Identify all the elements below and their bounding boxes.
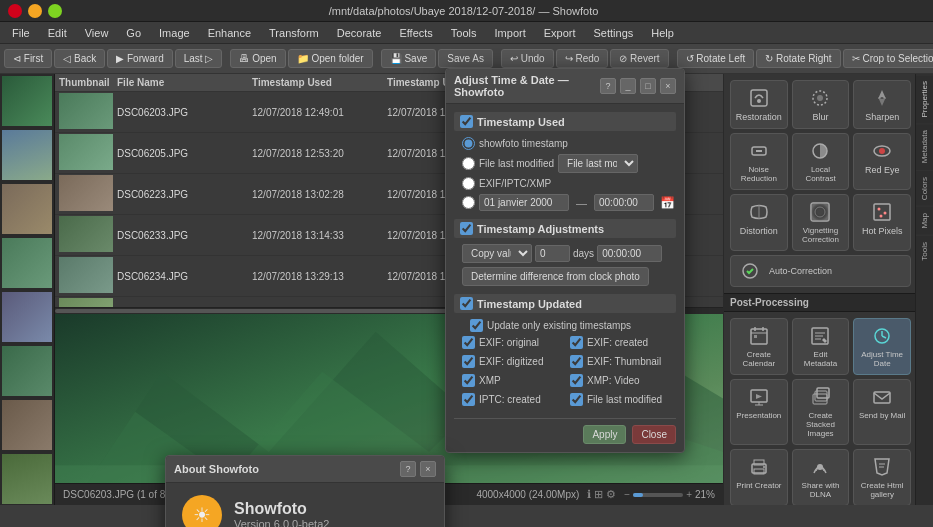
col-header-ts-used[interactable]: Timestamp Used xyxy=(252,77,387,88)
chk-exif-digitized[interactable] xyxy=(462,355,475,368)
chk-update-existing[interactable] xyxy=(470,319,483,332)
thumb-item[interactable] xyxy=(2,184,52,234)
radio-custom-date[interactable] xyxy=(462,196,475,209)
about-close-btn[interactable]: × xyxy=(420,461,436,477)
save-as-btn[interactable]: Save As xyxy=(438,49,493,68)
rotate-left-btn[interactable]: ↺ Rotate Left xyxy=(677,49,755,68)
blur-tool[interactable]: Blur xyxy=(792,80,850,129)
auto-correction-tool[interactable]: Auto-Correction xyxy=(730,255,911,287)
copy-value-select[interactable]: Copy value xyxy=(462,244,532,263)
col-header-thumbnail[interactable]: Thumbnail xyxy=(59,77,117,88)
metadata-tab[interactable]: Metadata xyxy=(916,123,933,169)
redo-btn[interactable]: ↪ Redo xyxy=(556,49,609,68)
open-btn[interactable]: 🖷 Open xyxy=(230,49,285,68)
menu-effects[interactable]: Effects xyxy=(391,25,440,41)
calendar-icon[interactable]: 📅 xyxy=(660,196,675,210)
time-adjustment-input[interactable] xyxy=(597,245,662,262)
local-contrast-tool[interactable]: Local Contrast xyxy=(792,133,850,190)
menu-import[interactable]: Import xyxy=(487,25,534,41)
open-folder-btn[interactable]: 📁 Open folder xyxy=(288,49,373,68)
dialog-min-btn[interactable]: _ xyxy=(620,78,636,94)
menu-transform[interactable]: Transform xyxy=(261,25,327,41)
map-tab[interactable]: Map xyxy=(916,206,933,235)
radio-exif[interactable] xyxy=(462,177,475,190)
hot-pixels-tool[interactable]: Hot Pixels xyxy=(853,194,911,251)
close-dialog-btn[interactable]: Close xyxy=(632,425,676,444)
ts-upd-toggle[interactable] xyxy=(460,297,473,310)
file-modified-select[interactable]: File last modified xyxy=(558,154,638,173)
vignetting-tool[interactable]: Vignetting Correction xyxy=(792,194,850,251)
radio-showfoto[interactable] xyxy=(462,137,475,150)
apply-btn[interactable]: Apply xyxy=(583,425,626,444)
thumb-item[interactable] xyxy=(2,292,52,342)
col-header-filename[interactable]: File Name xyxy=(117,77,252,88)
about-help-btn[interactable]: ? xyxy=(400,461,416,477)
ts-adj-toggle[interactable] xyxy=(460,222,473,235)
menu-decorate[interactable]: Decorate xyxy=(329,25,390,41)
chk-file-modified[interactable] xyxy=(570,393,583,406)
create-stacked-tool[interactable]: Create Stacked Images xyxy=(792,379,850,445)
menu-help[interactable]: Help xyxy=(643,25,682,41)
close-window-btn[interactable] xyxy=(8,4,22,18)
determine-diff-btn[interactable]: Determine difference from clock photo xyxy=(462,267,649,286)
thumb-item[interactable] xyxy=(2,130,52,180)
presentation-tool[interactable]: Presentation xyxy=(730,379,788,445)
maximize-window-btn[interactable] xyxy=(48,4,62,18)
chk-xmp-video[interactable] xyxy=(570,374,583,387)
custom-time-input[interactable] xyxy=(594,194,654,211)
create-calendar-tool[interactable]: Create Calendar xyxy=(730,318,788,375)
thumb-item[interactable] xyxy=(2,238,52,288)
menu-file[interactable]: File xyxy=(4,25,38,41)
ts-used-toggle[interactable] xyxy=(460,115,473,128)
menu-view[interactable]: View xyxy=(77,25,117,41)
thumb-item[interactable] xyxy=(2,76,52,126)
chk-exif-thumbnail[interactable] xyxy=(570,355,583,368)
zoom-slider[interactable] xyxy=(633,493,683,497)
adjustment-value-input[interactable] xyxy=(535,245,570,262)
chk-iptc-created[interactable] xyxy=(462,393,475,406)
thumb-item[interactable] xyxy=(2,400,52,450)
create-html-tool[interactable]: Create Html gallery xyxy=(853,449,911,505)
restoration-tool[interactable]: Restoration xyxy=(730,80,788,129)
back-btn[interactable]: ◁ Back xyxy=(54,49,105,68)
last-btn[interactable]: Last ▷ xyxy=(175,49,223,68)
menu-enhance[interactable]: Enhance xyxy=(200,25,259,41)
send-mail-tool[interactable]: Send by Mail xyxy=(853,379,911,445)
red-eye-tool[interactable]: Red Eye xyxy=(853,133,911,190)
first-btn[interactable]: ⊲ First xyxy=(4,49,52,68)
menu-edit[interactable]: Edit xyxy=(40,25,75,41)
chk-exif-created[interactable] xyxy=(570,336,583,349)
colors-tab[interactable]: Colors xyxy=(916,170,933,206)
properties-tab[interactable]: Properties xyxy=(916,74,933,123)
dialog-max-btn[interactable]: □ xyxy=(640,78,656,94)
rotate-right-btn[interactable]: ↻ Rotate Right xyxy=(756,49,840,68)
thumb-item[interactable] xyxy=(2,346,52,396)
crop-btn[interactable]: ✂ Crop to Selection xyxy=(843,49,933,68)
minimize-window-btn[interactable] xyxy=(28,4,42,18)
custom-date-input[interactable] xyxy=(479,194,569,211)
chk-exif-original[interactable] xyxy=(462,336,475,349)
sharpen-tool[interactable]: Sharpen xyxy=(853,80,911,129)
menu-export[interactable]: Export xyxy=(536,25,584,41)
thumb-item[interactable] xyxy=(2,454,52,504)
menu-settings[interactable]: Settings xyxy=(586,25,642,41)
adjust-time-tool[interactable]: Adjust Time Date xyxy=(853,318,911,375)
edit-metadata-tool[interactable]: Edit Metadata xyxy=(792,318,850,375)
forward-btn[interactable]: ▶ Forward xyxy=(107,49,172,68)
zoom-out-btn[interactable]: − xyxy=(624,489,630,500)
dialog-help-btn[interactable]: ? xyxy=(600,78,616,94)
print-creator-tool[interactable]: Print Creator xyxy=(730,449,788,505)
dialog-close-btn[interactable]: × xyxy=(660,78,676,94)
distortion-tool[interactable]: Distortion xyxy=(730,194,788,251)
chk-xmp[interactable] xyxy=(462,374,475,387)
noise-reduction-tool[interactable]: Noise Reduction xyxy=(730,133,788,190)
tools-tab[interactable]: Tools xyxy=(916,235,933,267)
menu-go[interactable]: Go xyxy=(118,25,149,41)
radio-file-modified[interactable] xyxy=(462,157,475,170)
save-btn[interactable]: 💾 Save xyxy=(381,49,437,68)
zoom-in-btn[interactable]: + xyxy=(686,489,692,500)
undo-btn[interactable]: ↩ Undo xyxy=(501,49,554,68)
share-dlna-tool[interactable]: Share with DLNA xyxy=(792,449,850,505)
revert-btn[interactable]: ⊘ Revert xyxy=(610,49,668,68)
menu-image[interactable]: Image xyxy=(151,25,198,41)
